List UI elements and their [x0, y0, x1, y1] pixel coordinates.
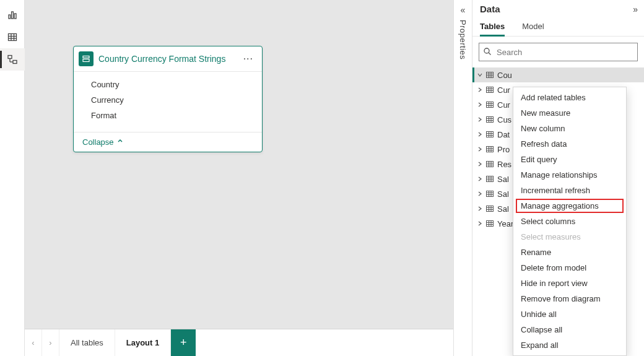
- context-menu-item[interactable]: Refresh data: [513, 136, 626, 152]
- tree-item-label: Cou: [497, 71, 512, 80]
- chevron-right-icon[interactable]: [476, 147, 484, 152]
- model-canvas[interactable]: Country Currency Format Strings ··· Coun…: [25, 0, 453, 356]
- context-menu-item[interactable]: Manage aggregations: [513, 198, 626, 214]
- table-card-title: Country Currency Format Strings: [98, 54, 241, 64]
- table-card[interactable]: Country Currency Format Strings ··· Coun…: [73, 46, 263, 152]
- chevron-right-icon[interactable]: [476, 176, 484, 181]
- chevron-right-icon[interactable]: [476, 191, 484, 196]
- model-icon: [7, 54, 18, 65]
- svg-rect-16: [487, 72, 494, 78]
- svg-rect-0: [9, 15, 11, 19]
- layout-tab-all-tables[interactable]: All tables: [59, 329, 115, 356]
- svg-rect-3: [8, 34, 16, 41]
- tree-item-label: Sal: [497, 175, 509, 184]
- table-icon: [485, 100, 495, 109]
- svg-rect-21: [487, 87, 494, 93]
- table-icon: [485, 145, 495, 154]
- context-menu-item[interactable]: Select columns: [513, 214, 626, 229]
- svg-rect-41: [487, 147, 494, 152]
- table-icon: [485, 189, 495, 198]
- svg-rect-61: [487, 206, 494, 212]
- properties-pane-collapsed: « Properties: [453, 0, 472, 356]
- context-menu-item[interactable]: Edit query: [513, 152, 626, 167]
- chevron-right-icon[interactable]: [476, 87, 484, 92]
- chevron-down-icon[interactable]: [476, 72, 484, 77]
- view-rail: [0, 0, 25, 356]
- search-icon: [483, 47, 492, 58]
- context-menu-item[interactable]: New column: [513, 121, 626, 136]
- bar-chart-icon: [7, 9, 18, 20]
- tab-model[interactable]: Model: [522, 18, 544, 36]
- tree-item-label: Cur: [497, 100, 510, 110]
- context-menu-item[interactable]: Rename: [513, 245, 626, 260]
- context-menu-item[interactable]: New measure: [513, 105, 626, 121]
- svg-line-15: [489, 53, 491, 55]
- context-menu-item: Select measures: [513, 229, 626, 245]
- svg-rect-46: [487, 162, 494, 167]
- table-icon: [485, 71, 495, 79]
- table-card-fields: Country Currency Format: [74, 72, 262, 132]
- properties-pane-label: Properties: [458, 20, 468, 59]
- chevron-right-icon[interactable]: [476, 102, 484, 107]
- tree-item-label: Sal: [497, 204, 509, 214]
- tree-item-label: Sal: [497, 189, 509, 199]
- data-view-button[interactable]: [0, 26, 25, 48]
- context-menu-item[interactable]: Manage relationships: [513, 167, 626, 183]
- table-field[interactable]: Country: [74, 77, 262, 92]
- tree-item-label: Pro: [497, 145, 510, 154]
- chevron-right-icon[interactable]: [476, 206, 484, 211]
- table-icon: [485, 130, 495, 139]
- svg-rect-13: [83, 59, 89, 62]
- data-pane-title: Data: [480, 4, 633, 14]
- expand-properties-button[interactable]: «: [461, 0, 466, 19]
- report-view-button[interactable]: [0, 4, 25, 26]
- svg-rect-26: [487, 102, 494, 108]
- context-menu-item[interactable]: Collapse all: [513, 322, 626, 337]
- tree-item-label: Cus: [497, 115, 511, 124]
- svg-rect-51: [487, 176, 494, 182]
- tab-tables[interactable]: Tables: [480, 18, 505, 36]
- chevron-right-icon[interactable]: [476, 162, 484, 167]
- table-field[interactable]: Format: [74, 108, 262, 123]
- context-menu-item[interactable]: Incremental refresh: [513, 183, 626, 198]
- table-icon: [485, 115, 495, 124]
- collapse-data-pane-button[interactable]: »: [633, 4, 638, 14]
- context-menu-item[interactable]: Add related tables: [513, 90, 626, 105]
- context-menu-item[interactable]: Hide in report view: [513, 276, 626, 291]
- chevron-up-icon: [116, 137, 124, 147]
- table-icon: [485, 160, 495, 168]
- add-layout-button[interactable]: +: [171, 329, 196, 356]
- table-header-icon: [79, 51, 94, 66]
- context-menu-item[interactable]: Delete from model: [513, 260, 626, 276]
- model-view-button[interactable]: [0, 48, 25, 71]
- table-field[interactable]: Currency: [74, 92, 262, 108]
- table-icon: [7, 32, 18, 43]
- chevron-right-icon[interactable]: [476, 117, 484, 122]
- context-menu: Add related tablesNew measureNew columnR…: [513, 87, 627, 356]
- tree-item-label: Res: [497, 160, 511, 169]
- context-menu-item[interactable]: Unhide all: [513, 306, 626, 322]
- svg-rect-8: [8, 56, 12, 59]
- chevron-right-icon[interactable]: [476, 132, 484, 137]
- chevron-right-icon[interactable]: [476, 221, 484, 226]
- layout-prev-button[interactable]: ‹: [25, 329, 42, 356]
- layout-tab-layout1[interactable]: Layout 1: [115, 329, 171, 356]
- data-pane-header: Data »: [472, 0, 644, 15]
- layout-next-button[interactable]: ›: [42, 329, 59, 356]
- context-menu-item[interactable]: Remove from diagram: [513, 291, 626, 306]
- svg-rect-2: [14, 14, 16, 19]
- collapse-button[interactable]: Collapse: [74, 132, 262, 152]
- table-icon: [485, 204, 495, 213]
- search-box[interactable]: [479, 43, 638, 61]
- tree-item[interactable]: Cou: [472, 67, 644, 82]
- svg-rect-9: [13, 61, 17, 64]
- svg-rect-66: [487, 221, 494, 227]
- table-icon: [485, 85, 495, 94]
- collapse-label: Collapse: [82, 137, 114, 147]
- search-input[interactable]: [495, 47, 633, 58]
- context-menu-item[interactable]: Expand all: [513, 337, 626, 353]
- table-card-more-button[interactable]: ···: [241, 53, 256, 64]
- table-icon: [485, 219, 495, 228]
- svg-rect-12: [83, 56, 89, 58]
- app-root: Country Currency Format Strings ··· Coun…: [0, 0, 644, 356]
